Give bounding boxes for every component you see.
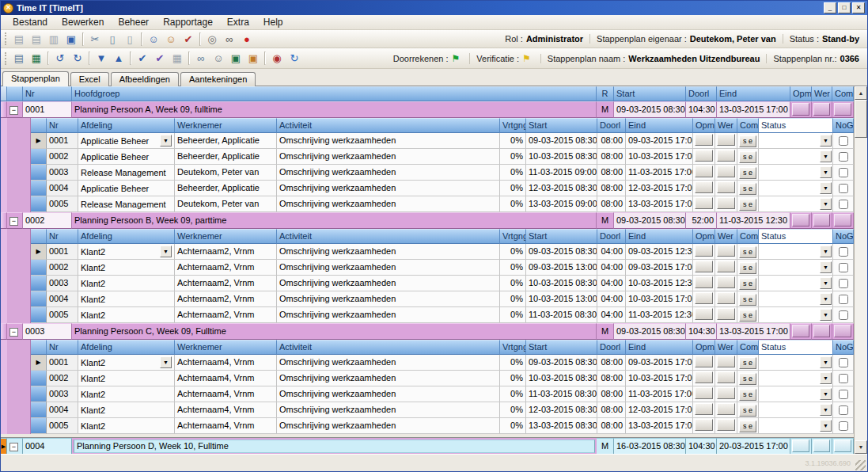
wer-button[interactable] — [717, 245, 735, 257]
afdeling-cell[interactable]: Klant2▼ — [78, 276, 175, 291]
group-com-button[interactable] — [834, 214, 851, 226]
status-dropdown-icon[interactable]: ▼ — [820, 135, 832, 147]
group-header-row[interactable]: − 0002 Planning Persoon B, Week 09, part… — [1, 212, 854, 229]
row-nr-cell[interactable]: 0001 — [47, 355, 78, 371]
new-icon[interactable]: ▤ — [11, 32, 27, 47]
wer-button[interactable] — [717, 276, 735, 288]
opm-button[interactable] — [695, 292, 713, 304]
group-opm-button[interactable] — [792, 325, 809, 337]
outer-header-eind[interactable]: Eind — [717, 86, 790, 101]
vrtgng-cell[interactable]: 0% — [500, 276, 526, 291]
status-cell[interactable]: ▼ — [759, 418, 833, 434]
wer-button[interactable] — [717, 166, 735, 177]
row-nr-cell[interactable]: 0003 — [47, 165, 78, 181]
com-button[interactable]: s e — [739, 167, 756, 179]
status-cell[interactable]: ▼ — [759, 165, 833, 181]
status-dropdown-icon[interactable]: ▼ — [820, 420, 832, 432]
status-dropdown-icon[interactable]: ▼ — [820, 166, 832, 178]
group-opm-button[interactable] — [792, 103, 809, 116]
status-cell[interactable]: ▼ — [759, 276, 833, 291]
status-dropdown-icon[interactable]: ▼ — [820, 388, 832, 400]
werknemer-cell[interactable]: Achternaam2, Vrnm — [175, 291, 277, 307]
start-cell[interactable]: 10-03-2015 08:30 — [526, 276, 597, 291]
group-wer-button[interactable] — [813, 440, 830, 452]
nav-forward-icon[interactable]: ↻ — [70, 51, 85, 66]
afdeling-dropdown-icon[interactable]: ▼ — [160, 356, 172, 368]
group-wer-button[interactable] — [813, 103, 830, 116]
vrtgng-cell[interactable]: 0% — [500, 386, 526, 402]
scroll-up-icon[interactable]: ▲ — [855, 86, 867, 100]
binoculars-icon[interactable]: ∞ — [222, 32, 237, 47]
activiteit-cell[interactable]: Omschrijving werkzaamheden — [277, 291, 500, 307]
eind-cell[interactable]: 11-03-2015 12:30 — [626, 307, 693, 323]
status-dropdown-icon[interactable]: ▼ — [820, 309, 832, 321]
doorl-cell[interactable]: 08:00 — [597, 165, 626, 181]
inner-header-vrtgng[interactable]: Vrtgng — [500, 229, 526, 244]
afdeling-cell[interactable]: Applicatie Beheer▼ — [78, 133, 175, 149]
activiteit-cell[interactable]: Omschrijving werkzaamheden — [277, 276, 500, 291]
com-button[interactable]: s e — [739, 421, 756, 432]
group-title[interactable]: Planning Persoon D, Week 10, Fulltime — [74, 440, 595, 453]
vrtgng-cell[interactable]: 0% — [500, 291, 526, 307]
new-document-icon[interactable]: ▯ — [104, 32, 120, 47]
com-button[interactable]: s e — [739, 199, 756, 211]
row-indicator[interactable] — [31, 165, 47, 181]
refresh-icon[interactable]: ↻ — [286, 51, 302, 66]
resize-grip[interactable] — [855, 460, 866, 470]
group-start[interactable]: 16-03-2015 08:30 — [614, 438, 686, 454]
wer-button[interactable] — [717, 308, 735, 320]
move-down-icon[interactable]: ▼ — [93, 51, 109, 66]
wer-button[interactable] — [717, 419, 735, 431]
werknemer-cell[interactable]: Achternaam4, Vrnm — [175, 402, 277, 418]
row-nr-cell[interactable]: 0004 — [47, 402, 78, 418]
activiteit-cell[interactable]: Omschrijving werkzaamheden — [277, 307, 500, 323]
eind-cell[interactable]: 10-03-2015 12:30 — [626, 276, 693, 291]
group-wer-button[interactable] — [813, 325, 830, 337]
com-button[interactable]: s e — [739, 278, 756, 290]
opm-button[interactable] — [695, 197, 713, 209]
collapse-toggle-icon[interactable]: − — [9, 443, 18, 451]
row-indicator[interactable] — [31, 133, 47, 149]
copy-plan-icon[interactable]: ▤ — [11, 51, 27, 66]
nogo-checkbox[interactable] — [839, 358, 848, 367]
inner-header-afdeling[interactable]: Afdeling — [78, 118, 175, 133]
opm-button[interactable] — [695, 245, 713, 257]
group-nr[interactable]: 0003 — [23, 323, 72, 340]
inner-header-nogo[interactable]: NoGo — [833, 118, 854, 133]
werknemer-cell[interactable]: Achternaam4, Vrnm — [175, 371, 277, 386]
status-dropdown-icon[interactable]: ▼ — [820, 261, 832, 273]
activiteit-cell[interactable]: Omschrijving werkzaamheden — [277, 244, 500, 260]
afdeling-cell[interactable]: Applicatie Beheer▼ — [78, 181, 175, 196]
status-cell[interactable]: ▼ — [759, 133, 833, 149]
nogo-checkbox[interactable] — [839, 405, 848, 415]
start-cell[interactable]: 13-03-2015 08:30 — [526, 418, 597, 434]
eind-cell[interactable]: 10-03-2015 17:00 — [626, 149, 693, 165]
row-nr-cell[interactable]: 0005 — [47, 418, 78, 434]
nogo-checkbox[interactable] — [839, 136, 848, 146]
row-nr-cell[interactable]: 0002 — [47, 260, 78, 276]
doorl-cell[interactable]: 08:00 — [597, 386, 626, 402]
group-nr[interactable]: 0001 — [23, 101, 72, 118]
activiteit-cell[interactable]: Omschrijving werkzaamheden — [277, 133, 500, 149]
close-button[interactable]: ✕ — [852, 2, 865, 13]
start-cell[interactable]: 12-03-2015 08:30 — [526, 402, 597, 418]
inner-header-wer[interactable]: Wer — [715, 229, 737, 244]
vrtgng-cell[interactable]: 0% — [500, 165, 526, 181]
status-cell[interactable]: ▼ — [759, 402, 833, 418]
monitor-green-icon[interactable]: ▣ — [228, 51, 244, 66]
eind-cell[interactable]: 12-03-2015 17:00 — [626, 402, 693, 418]
row-indicator[interactable] — [31, 149, 47, 165]
group-eind[interactable]: 20-03-2015 17:00 — [717, 438, 790, 454]
werknemer-cell[interactable]: Beheerder, Applicatie — [175, 133, 277, 149]
inner-header-eind[interactable]: Eind — [626, 340, 693, 355]
verify-all-icon[interactable]: ✔ — [152, 51, 168, 66]
doorl-cell[interactable]: 08:00 — [597, 371, 626, 386]
opm-button[interactable] — [695, 308, 713, 320]
group-start[interactable]: 09-03-2015 08:30 — [614, 101, 686, 118]
status-dropdown-icon[interactable]: ▼ — [820, 277, 832, 289]
activiteit-cell[interactable]: Omschrijving werkzaamheden — [277, 386, 500, 402]
row-nr-cell[interactable]: 0002 — [47, 371, 78, 386]
menu-item[interactable]: Bestand — [6, 15, 55, 29]
opm-button[interactable] — [695, 276, 713, 288]
group-eind[interactable]: 13-03-2015 17:00 — [717, 101, 790, 118]
